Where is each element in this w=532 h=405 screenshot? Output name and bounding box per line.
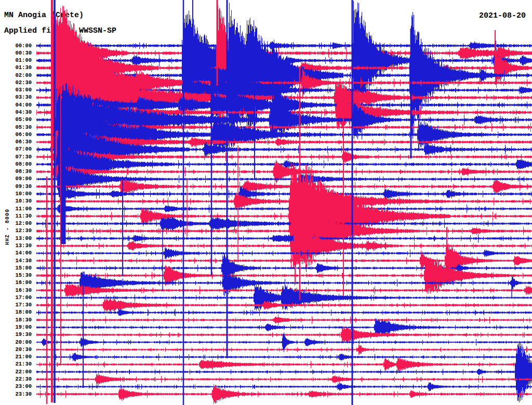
time-axis-labels: 00:0000:3001:0001:3002:0002:3003:0003:30… bbox=[0, 0, 32, 405]
time-label: 07:00 bbox=[0, 146, 32, 152]
time-label: 23:00 bbox=[0, 384, 32, 389]
time-label: 12:30 bbox=[0, 228, 32, 234]
time-label: 01:00 bbox=[0, 58, 32, 63]
time-label: 02:00 bbox=[0, 73, 32, 78]
time-label: 11:30 bbox=[0, 213, 32, 219]
time-label: 15:30 bbox=[0, 273, 32, 278]
time-label: 20:00 bbox=[0, 340, 32, 345]
time-label: 10:30 bbox=[0, 198, 32, 204]
time-label: 06:30 bbox=[0, 139, 32, 145]
time-label: 12:00 bbox=[0, 221, 32, 226]
time-label: 10:00 bbox=[0, 191, 32, 197]
time-label: 08:00 bbox=[0, 161, 32, 167]
time-label: 19:00 bbox=[0, 325, 32, 330]
time-label: 03:30 bbox=[0, 95, 32, 100]
time-label: 08:30 bbox=[0, 169, 32, 174]
time-label: 19:30 bbox=[0, 332, 32, 338]
seismogram-canvas bbox=[0, 0, 532, 405]
time-label: 09:00 bbox=[0, 176, 32, 182]
time-label: 05:00 bbox=[0, 117, 32, 123]
time-label: 21:30 bbox=[0, 361, 32, 367]
time-label: 00:00 bbox=[0, 43, 32, 49]
time-label: 06:00 bbox=[0, 132, 32, 138]
time-label: 13:00 bbox=[0, 236, 32, 241]
time-label: 04:30 bbox=[0, 110, 32, 115]
time-label: 21:00 bbox=[0, 354, 32, 360]
time-label: 14:00 bbox=[0, 250, 32, 256]
time-label: 09:30 bbox=[0, 184, 32, 190]
time-label: 15:00 bbox=[0, 265, 32, 271]
time-label: 22:00 bbox=[0, 369, 32, 375]
time-label: 17:30 bbox=[0, 302, 32, 308]
time-label: 17:00 bbox=[0, 295, 32, 301]
time-label: 11:00 bbox=[0, 206, 32, 212]
time-label: 13:30 bbox=[0, 243, 32, 249]
time-label: 02:30 bbox=[0, 80, 32, 86]
time-label: 18:30 bbox=[0, 317, 32, 323]
time-label: 14:30 bbox=[0, 258, 32, 264]
time-label: 05:30 bbox=[0, 125, 32, 130]
time-label: 03:00 bbox=[0, 87, 32, 93]
time-label: 07:30 bbox=[0, 154, 32, 160]
time-label: 16:30 bbox=[0, 288, 32, 293]
date-label: 2021-08-20 bbox=[479, 11, 526, 20]
time-label: 16:00 bbox=[0, 280, 32, 286]
time-label: 23:30 bbox=[0, 392, 32, 397]
time-label: 04:00 bbox=[0, 102, 32, 108]
time-label: 00:30 bbox=[0, 50, 32, 56]
time-label: 22:30 bbox=[0, 376, 32, 382]
time-label: 20:30 bbox=[0, 347, 32, 353]
time-label: 01:30 bbox=[0, 65, 32, 71]
time-label: 18:00 bbox=[0, 309, 32, 315]
helicorder-page: MN Anogia (Crete) Applied filter: WWSSN-… bbox=[0, 0, 532, 405]
